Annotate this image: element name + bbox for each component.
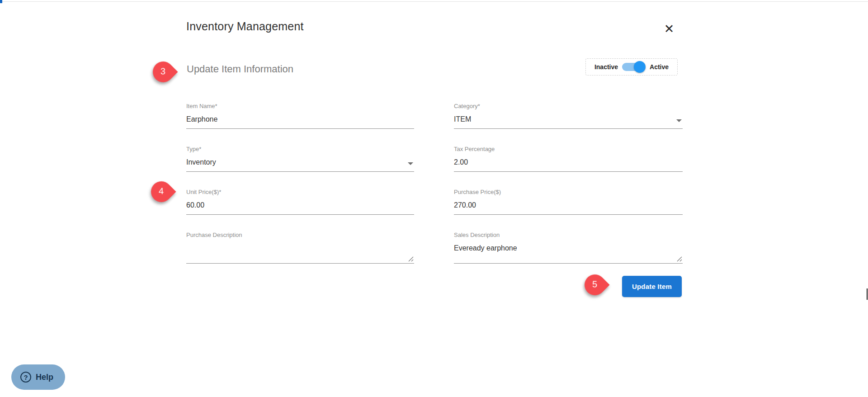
active-status-switch[interactable] xyxy=(622,61,646,73)
field-label: Tax Percentage xyxy=(454,145,683,153)
update-item-button[interactable]: Update Item xyxy=(622,276,682,297)
chevron-down-icon[interactable] xyxy=(408,162,413,165)
item-name-field[interactable]: Item Name* Earphone xyxy=(186,102,414,129)
close-icon[interactable]: ✕ xyxy=(661,21,677,37)
question-mark-icon: ? xyxy=(20,372,31,383)
field-label: Category* xyxy=(454,102,683,110)
resize-handle-icon[interactable] xyxy=(408,256,414,262)
field-label: Sales Description xyxy=(454,231,683,239)
sales-description-textarea[interactable]: Sales Description Eveready earphone xyxy=(454,231,683,264)
category-select[interactable]: Category* ITEM xyxy=(454,102,683,129)
unit-price-field[interactable]: Unit Price($)* 60.00 xyxy=(186,188,414,215)
section-heading: Update Item Information xyxy=(187,63,293,75)
tax-percentage-field[interactable]: Tax Percentage 2.00 xyxy=(454,145,683,172)
field-value[interactable] xyxy=(186,244,414,253)
purchase-price-field[interactable]: Purchase Price($) 270.00 xyxy=(454,188,683,215)
annotation-marker-5: 5 xyxy=(580,270,609,299)
help-button[interactable]: ? Help xyxy=(11,364,65,390)
status-toggle-group: Inactive Active xyxy=(585,58,678,76)
field-label: Purchase Price($) xyxy=(454,188,683,196)
switch-thumb[interactable] xyxy=(634,61,646,73)
field-label: Purchase Description xyxy=(186,231,414,239)
item-form: Item Name* Earphone Category* ITEM Type*… xyxy=(186,102,683,264)
field-value[interactable]: Eveready earphone xyxy=(454,244,683,253)
dialog-title: Inventory Management xyxy=(186,20,304,33)
resize-handle-icon[interactable] xyxy=(677,256,682,262)
field-value[interactable]: 2.00 xyxy=(454,158,683,167)
annotation-marker-4: 4 xyxy=(146,177,176,206)
field-label: Item Name* xyxy=(186,102,414,110)
text-cursor-artifact xyxy=(867,288,868,300)
annotation-marker-3: 3 xyxy=(148,57,178,86)
inactive-label: Inactive xyxy=(594,63,618,71)
page-top-border xyxy=(0,1,868,2)
field-value[interactable]: Earphone xyxy=(186,115,414,124)
help-button-label: Help xyxy=(36,373,53,382)
field-value[interactable]: ITEM xyxy=(454,115,683,124)
active-label: Active xyxy=(650,63,669,71)
field-label: Unit Price($)* xyxy=(186,188,414,196)
field-value[interactable]: Inventory xyxy=(186,158,414,167)
field-value[interactable]: 270.00 xyxy=(454,201,683,210)
purchase-description-textarea[interactable]: Purchase Description xyxy=(186,231,414,264)
field-value[interactable]: 60.00 xyxy=(186,201,414,210)
chevron-down-icon[interactable] xyxy=(676,119,682,122)
field-label: Type* xyxy=(186,145,414,153)
type-select[interactable]: Type* Inventory xyxy=(186,145,414,172)
corner-artifact xyxy=(0,0,2,3)
